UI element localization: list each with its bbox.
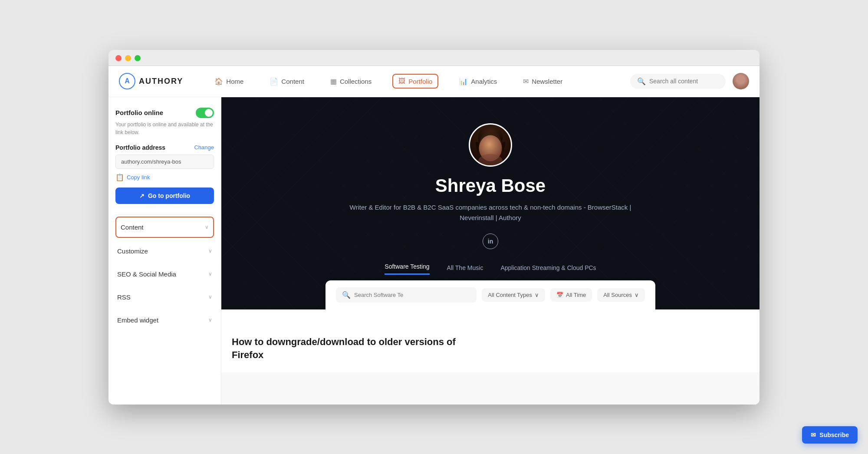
chevron-down-icon-2: ∨ <box>208 248 212 254</box>
nav-home[interactable]: 🏠 Home <box>209 75 249 88</box>
nav-collections[interactable]: ▦ Collections <box>325 75 377 88</box>
nav-portfolio[interactable]: 🖼 Portfolio <box>392 74 438 89</box>
go-to-portfolio-button[interactable]: ↗ Go to portfolio <box>115 188 214 204</box>
portfolio-address-row: Portfolio address Change <box>115 144 214 151</box>
filter-sources-chevron: ∨ <box>635 292 639 298</box>
main-content: Portfolio online Your portfolio is onlin… <box>108 97 760 405</box>
change-link[interactable]: Change <box>194 144 214 151</box>
subscribe-button[interactable]: ✉ Subscribe <box>802 426 858 444</box>
home-icon: 🏠 <box>214 77 223 86</box>
hero-description: Writer & Editor for B2B & B2C SaaS compa… <box>343 202 638 223</box>
nav-content[interactable]: 📄 Content <box>264 75 309 88</box>
copy-link-label: Copy link <box>127 174 150 181</box>
avatar[interactable] <box>733 73 749 89</box>
portfolio-icon: 🖼 <box>398 77 405 85</box>
sidebar-seo-label: SEO & Social Media <box>117 270 176 278</box>
portfolio-online-row: Portfolio online <box>115 108 214 118</box>
logo[interactable]: A AUTHORY <box>119 73 183 89</box>
sidebar-seo-section[interactable]: SEO & Social Media ∨ <box>115 263 214 286</box>
traffic-light-red[interactable] <box>115 55 122 61</box>
portfolio-online-label: Portfolio online <box>115 109 163 116</box>
logo-text: AUTHORY <box>139 77 183 86</box>
portfolio-address-label: Portfolio address <box>115 144 165 151</box>
hero-tab-streaming[interactable]: Application Streaming & Cloud PCs <box>500 264 596 275</box>
sidebar-embed-section[interactable]: Embed widget ∨ <box>115 309 214 332</box>
hero-avatar <box>469 123 512 167</box>
copy-icon: 📋 <box>115 173 124 181</box>
filter-search[interactable]: 🔍 <box>336 287 477 303</box>
sidebar-customize-section[interactable]: Customize ∨ <box>115 240 214 263</box>
top-nav: A AUTHORY 🏠 Home 📄 Content ▦ Collections <box>108 66 760 97</box>
sidebar-rss-label: RSS <box>117 293 131 301</box>
chevron-down-icon-5: ∨ <box>208 317 212 323</box>
hero-tab-software-testing[interactable]: Software Testing <box>385 263 429 275</box>
content-area: How to downgrade/download to older versi… <box>221 309 760 373</box>
sidebar-rss-section[interactable]: RSS ∨ <box>115 286 214 309</box>
portfolio-online-toggle[interactable] <box>196 108 214 118</box>
filter-time[interactable]: 📅 All Time <box>550 288 592 302</box>
sidebar-embed-label: Embed widget <box>117 316 158 324</box>
collections-icon: ▦ <box>330 77 337 86</box>
nav-right: 🔍 <box>630 73 749 89</box>
logo-icon: A <box>119 73 135 89</box>
linkedin-icon[interactable]: in <box>483 234 498 249</box>
search-icon: 🔍 <box>637 77 646 86</box>
sidebar-content-section[interactable]: Content ∨ <box>115 217 214 238</box>
nav-analytics[interactable]: 📊 Analytics <box>454 75 502 88</box>
filter-types-chevron: ∨ <box>535 292 539 298</box>
filter-search-icon: 🔍 <box>342 291 351 299</box>
subscribe-envelope-icon: ✉ <box>811 431 816 438</box>
external-link-icon: ↗ <box>139 192 145 199</box>
calendar-icon: 📅 <box>556 292 563 298</box>
analytics-icon: 📊 <box>459 77 468 86</box>
nav-newsletter[interactable]: ✉ Newsletter <box>518 75 568 88</box>
portfolio-desc: Your portfolio is online and available a… <box>115 121 214 136</box>
hero-tabs: Software Testing All The Music Applicati… <box>385 263 596 275</box>
search-input[interactable] <box>649 78 719 85</box>
newsletter-icon: ✉ <box>523 77 529 86</box>
traffic-light-green[interactable] <box>135 55 141 61</box>
sidebar: Portfolio online Your portfolio is onlin… <box>108 97 221 405</box>
hero-name: Shreya Bose <box>435 175 546 196</box>
traffic-light-yellow[interactable] <box>125 55 131 61</box>
copy-link-row[interactable]: 📋 Copy link <box>115 173 214 181</box>
chevron-down-icon-4: ∨ <box>208 294 212 300</box>
chevron-down-icon: ∨ <box>205 224 209 230</box>
sidebar-customize-label: Customize <box>117 247 148 255</box>
filter-sources[interactable]: All Sources ∨ <box>597 288 645 302</box>
hero-banner: Shreya Bose Writer & Editor for B2B & B2… <box>221 97 760 309</box>
filter-bar: 🔍 All Content Types ∨ 📅 All Time Al <box>326 280 655 309</box>
chevron-down-icon-3: ∨ <box>208 271 212 277</box>
global-search[interactable]: 🔍 <box>630 74 726 89</box>
article-title: How to downgrade/download to older versi… <box>232 336 457 362</box>
filter-content-types[interactable]: All Content Types ∨ <box>482 288 545 302</box>
right-area: Shreya Bose Writer & Editor for B2B & B2… <box>221 97 760 405</box>
portfolio-url-field: authory.com/shreya-bos <box>115 155 214 169</box>
sidebar-content-label: Content <box>121 224 144 231</box>
toggle-knob <box>205 109 213 117</box>
sidebar-sections: Content ∨ Customize ∨ SEO & Social Media… <box>115 214 214 332</box>
nav-items: 🏠 Home 📄 Content ▦ Collections 🖼 Portfol… <box>209 74 630 89</box>
filter-search-input[interactable] <box>354 292 427 298</box>
hero-tab-music[interactable]: All The Music <box>447 264 483 275</box>
content-icon: 📄 <box>270 77 278 86</box>
